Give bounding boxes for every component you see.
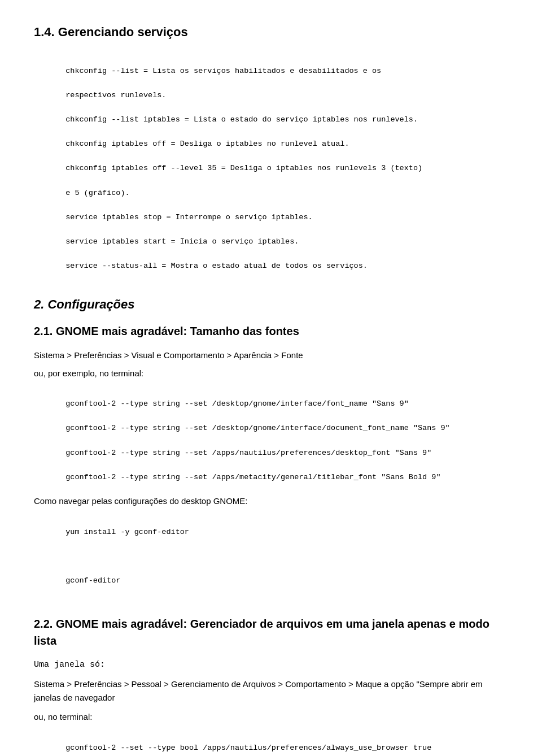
gconf-line-1: gconftool-2 --type string --set /desktop… [65, 399, 409, 408]
code-line-2: respectivos runlevels. [65, 91, 166, 99]
section-2-2-title: 2.2. GNOME mais agradável: Gerenciador d… [34, 615, 508, 649]
code-line-3: chkconfig --list iptables = Lista o esta… [65, 115, 418, 124]
code-line-5: chkconfig iptables off --level 35 = Desl… [65, 164, 422, 172]
gconf-line-4: gconftool-2 --type string --set /apps/me… [65, 473, 440, 481]
code-line-4: chkconfig iptables off = Desliga o iptab… [65, 140, 349, 148]
code-line-8: service iptables start = Inicia o serviç… [65, 237, 299, 246]
nav-path-2: Sistema > Preferências > Pessoal > Geren… [34, 677, 508, 705]
gconf-line-2: gconftool-2 --type string --set /desktop… [65, 424, 450, 432]
gconf-line-3: gconftool-2 --type string --set /apps/na… [65, 449, 431, 457]
gconftool-browser-line: gconftool-2 --set --type bool /apps/naut… [65, 744, 431, 752]
code-block-section-1: chkconfig --list = Lista os serviços hab… [56, 53, 508, 272]
code-block-section-2: gconftool-2 --type string --set /desktop… [56, 386, 508, 484]
code-line-7: service iptables stop = Interrompe o ser… [65, 213, 312, 221]
code-line-1: chkconfig --list = Lista os serviços hab… [65, 67, 381, 75]
yum-install-line: yum install -y gconf-editor [65, 528, 189, 536]
page-heading: 1.4. Gerenciando serviços [34, 23, 508, 41]
code-line-9: service --status-all = Mostra o estado a… [65, 262, 368, 270]
section-2-title: 2. Configurações [34, 295, 508, 314]
code-block-section-4: gconftool-2 --set --type bool /apps/naut… [56, 729, 508, 754]
gnome-nav-text: Como navegar pelas configurações do desk… [34, 494, 508, 508]
gconf-editor-line: gconf-editor [65, 576, 120, 585]
or-terminal-2: ou, no terminal: [34, 710, 508, 724]
code-block-section-3: yum install -y gconf-editor gconf-editor [56, 514, 508, 587]
single-window-label: Uma janela só: [34, 658, 508, 672]
nav-path-1: Sistema > Preferências > Visual e Compor… [34, 349, 508, 362]
or-terminal-1: ou, por exemplo, no terminal: [34, 367, 508, 380]
section-2-1-title: 2.1. GNOME mais agradável: Tamanho das f… [34, 323, 508, 340]
code-line-6: e 5 (gráfico). [65, 189, 129, 197]
